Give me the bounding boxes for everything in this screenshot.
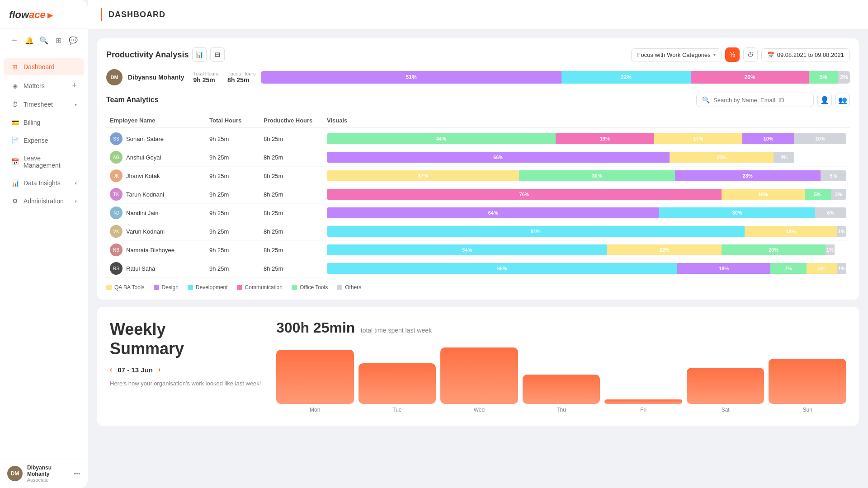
notification-icon[interactable]: 🔔	[23, 34, 36, 47]
productive-hours-cell: 8h 25m	[264, 265, 327, 272]
sidebar-item-dashboard[interactable]: ⊞ Dashboard	[4, 58, 84, 75]
clock-icon[interactable]: ⏱	[743, 47, 758, 62]
focus-dropdown[interactable]: Focus with Work Categories ▾	[631, 48, 721, 61]
add-icon[interactable]: +	[72, 81, 77, 90]
sidebar-item-data[interactable]: 📊 Data Insights ▾	[4, 174, 84, 192]
bar-segment: 1%	[826, 244, 835, 255]
sidebar-item-label: Data Insights	[24, 179, 70, 187]
table-row: VKVarun Kodnani9h 25m8h 25m81%18%1%	[106, 222, 850, 241]
search-box[interactable]: 🔍	[696, 93, 814, 107]
date-range[interactable]: 📅 09.08.2021 to 09.08.2021	[761, 48, 850, 61]
back-icon[interactable]: ←	[8, 34, 21, 47]
sidebar-item-label: Matters	[24, 82, 67, 89]
day-bar	[276, 350, 354, 404]
grid-icon[interactable]: ⊞	[52, 34, 65, 47]
table-icon[interactable]: ⊟	[210, 47, 225, 62]
productivity-card: Productivity Analysis 📊 ⊟ Focus with Wor…	[97, 38, 859, 300]
employee-name: Anshul Goyal	[126, 154, 161, 161]
sidebar-item-label: Billing	[24, 119, 77, 126]
day-bar-wrap: Sat	[687, 368, 764, 413]
team-table: Employee Name Total Hours Productive Hou…	[106, 113, 850, 278]
bar-segment: 1%	[837, 263, 846, 274]
more-options-icon[interactable]: •••	[74, 470, 80, 477]
weekly-nav: ‹ 07 - 13 Jun ›	[110, 366, 264, 374]
day-bar-wrap: Fri	[604, 399, 682, 413]
bar-segment: 66%	[327, 152, 670, 163]
weekly-total: 300h 25min total time spent last week	[276, 319, 846, 336]
day-bar	[604, 399, 682, 404]
bar-segment: 20%	[670, 152, 774, 163]
search-input[interactable]	[713, 97, 808, 103]
expense-icon: 📄	[11, 136, 19, 145]
chevron-down-icon: ▾	[75, 181, 77, 186]
day-bar-wrap: Sun	[769, 359, 846, 413]
bar-segment: 7%	[770, 263, 807, 274]
sidebar-item-administration[interactable]: ⚙ Administration ▾	[4, 192, 84, 210]
avatar: JK	[110, 169, 123, 182]
page-title: DASHBOARD	[108, 10, 165, 19]
data-icon: 📊	[11, 179, 19, 187]
avatar: SS	[110, 132, 123, 145]
logo-area: flowace ▶	[0, 0, 88, 28]
timesheet-icon: ⏱	[11, 100, 19, 108]
bar-segment: 37%	[327, 170, 519, 181]
prev-week-button[interactable]: ‹	[110, 366, 112, 374]
percent-icon[interactable]: %	[725, 47, 740, 62]
employee-name: Jhanvi Kotak	[126, 173, 160, 179]
total-label: total time spent last week	[361, 327, 432, 334]
user-icon[interactable]: 👤	[817, 93, 832, 107]
chevron-down-icon: ▾	[75, 102, 77, 107]
day-label: Sat	[722, 407, 730, 413]
sidebar-item-label: Dashboard	[24, 63, 77, 70]
bar-row: 64%30%6%	[327, 207, 846, 218]
user-name-main: Dibyansu Mohanty	[128, 74, 184, 81]
search-icon[interactable]: 🔍	[38, 34, 50, 47]
weekly-bars: MonTueWedThuFriSatSun	[276, 345, 846, 413]
main-scroll: Productivity Analysis 📊 ⊟ Focus with Wor…	[88, 29, 868, 488]
avatar: DM	[106, 69, 123, 85]
avatar: RS	[110, 262, 123, 275]
total-hours-cell: 9h 25m	[209, 173, 264, 179]
user-bar: 51%22%20%5%2%	[261, 71, 850, 84]
sidebar-item-timesheet[interactable]: ⏱ Timesheet ▾	[4, 96, 84, 113]
sidebar-item-matters[interactable]: ◈ Matters +	[4, 76, 84, 95]
visual-bar-cell: 66%20%4%	[327, 152, 846, 163]
visual-bar-cell: 76%16%5%3%	[327, 189, 846, 200]
weekly-right: 300h 25min total time spent last week Mo…	[264, 319, 846, 413]
legend-item: QA BA Tools	[106, 284, 145, 291]
total-hours-label: Total Hours	[193, 71, 218, 76]
bar-segment: 5%	[821, 170, 846, 181]
sidebar-item-expense[interactable]: 📄 Expense	[4, 132, 84, 149]
bar-segment: 44%	[327, 133, 556, 144]
productive-hours-cell: 8h 25m	[264, 228, 327, 235]
legend-item: Communication	[237, 284, 283, 291]
avatar: AG	[110, 151, 123, 164]
bar-segment: 30%	[659, 207, 815, 218]
employee-name: Nandini Jain	[126, 210, 159, 216]
table-row: NBNamrata Bishoyee9h 25m8h 25m54%22%20%1…	[106, 241, 850, 259]
employee-cell: SSSoham Satare	[110, 132, 209, 145]
bar-segment: 6%	[807, 263, 837, 274]
table-rows: SSSoham Satare9h 25m8h 25m44%19%17%10%10…	[106, 130, 850, 278]
chart-icon[interactable]: 📊	[192, 47, 207, 62]
sidebar-item-billing[interactable]: 💳 Billing	[4, 114, 84, 131]
bar-segment: 22%	[607, 244, 722, 255]
day-bar	[359, 363, 436, 404]
legend-item: Development	[188, 284, 228, 291]
chevron-down-icon: ▾	[75, 199, 77, 204]
chat-icon[interactable]: 💬	[67, 34, 80, 47]
sidebar-nav: ⊞ Dashboard ◈ Matters + ⏱ Timesheet ▾ 💳 …	[0, 52, 88, 459]
employee-cell: VKVarun Kodnani	[110, 225, 209, 238]
bar-segment: 17%	[654, 133, 742, 144]
total-hours-cell: 9h 25m	[209, 228, 264, 235]
table-row: TKTarun Kodnani9h 25m8h 25m76%16%5%3%	[106, 185, 850, 204]
sidebar-item-leave[interactable]: 📅 Leave Management	[4, 150, 84, 174]
dashboard-icon: ⊞	[11, 63, 19, 71]
next-week-button[interactable]: ›	[158, 366, 160, 374]
col-total: Total Hours	[209, 117, 264, 124]
users-icon[interactable]: 👥	[835, 93, 850, 107]
legend-item: Others	[337, 284, 361, 291]
table-row: NJNandini Jain9h 25m8h 25m64%30%6%	[106, 204, 850, 222]
bar-row: 66%20%4%	[327, 152, 846, 163]
prod-title-text: Productivity Analysis	[106, 50, 189, 60]
